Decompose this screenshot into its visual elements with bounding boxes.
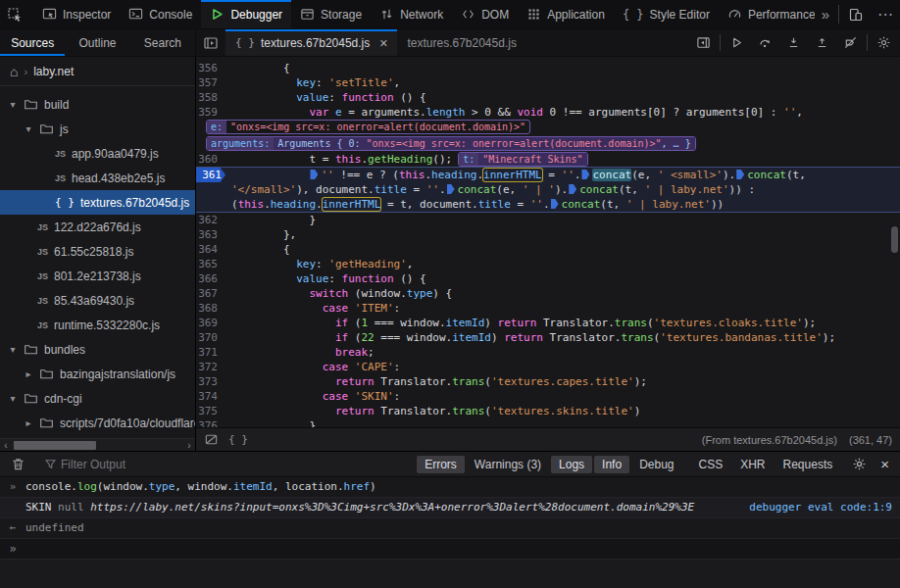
prettify-source-icon[interactable]: { } [228, 433, 248, 446]
line-number[interactable]: 359 [196, 105, 225, 120]
code-line[interactable]: 366 value: function () { [196, 271, 900, 286]
tab-inspector[interactable]: Inspector [33, 0, 120, 28]
caret-right-icon[interactable]: ▸ [24, 368, 33, 379]
code-line[interactable]: 365 key: 'getHeading', [196, 257, 900, 271]
close-tab-icon[interactable]: × [379, 35, 387, 51]
code-line-content[interactable]: if (22 === window.itemId) return Transla… [225, 330, 900, 345]
panel-tab-search[interactable]: Search [130, 29, 195, 56]
code-line[interactable]: 372 case 'CAPE': [196, 360, 900, 374]
code-line-content[interactable]: } [225, 418, 900, 427]
paused-code-line[interactable]: 361 '' !== e ? (this.heading.innerHTML =… [196, 167, 900, 213]
caret-down-icon[interactable]: ▾ [8, 344, 18, 355]
line-number[interactable]: 372 [196, 360, 225, 374]
code-line-content[interactable]: key: 'getHeading', [225, 257, 900, 271]
code-line[interactable]: 363 }, [196, 227, 900, 242]
step-over-icon[interactable] [751, 29, 779, 56]
inline-variable-preview[interactable]: t:"Minecraft Skins" [458, 152, 587, 167]
filter-errors[interactable]: Errors [417, 456, 465, 473]
code-line-content[interactable]: }, [225, 227, 900, 242]
code-line-content[interactable]: value: function () { [225, 271, 900, 286]
code-line[interactable]: 371 break; [196, 345, 900, 360]
tree-item[interactable]: JShead.438eb2e5.js [0, 166, 195, 190]
code-line[interactable]: 374 case 'SKIN': [196, 389, 900, 404]
code-line[interactable]: 364 { [196, 242, 900, 257]
filter-output-input[interactable] [61, 458, 276, 471]
line-number[interactable]: 361 [196, 168, 225, 182]
scrollbar-thumb[interactable] [14, 441, 96, 450]
tab-dom[interactable]: DOM [452, 0, 518, 28]
code-line-content[interactable]: return Translator.trans('textures.skins.… [225, 404, 900, 418]
sources-root-breadcrumb[interactable]: ⌂ › laby.net [0, 57, 195, 86]
source-tab[interactable]: { }textures.67b2045d.js× [225, 29, 397, 56]
code-area[interactable]: 356 {357 key: 'setTitle',358 value: func… [196, 57, 900, 427]
code-line[interactable]: 373 return Translator.trans('textures.ca… [196, 374, 900, 389]
code-line-content[interactable]: { [225, 61, 900, 75]
filter-debug[interactable]: Debug [631, 456, 681, 473]
column-breakpoint-marker[interactable] [310, 170, 318, 179]
close-split-console-icon[interactable]: × [874, 456, 896, 472]
line-number[interactable]: 356 [196, 61, 225, 75]
more-tools-chevron-icon[interactable]: » [815, 0, 836, 28]
line-number[interactable]: 366 [196, 271, 225, 286]
caret-down-icon[interactable]: ▾ [8, 393, 18, 404]
scrollbar-thumb[interactable] [891, 226, 898, 253]
blackbox-source-icon[interactable] [204, 432, 219, 447]
inline-variable-preview[interactable]: e:"onxs=<img src=x: onerror=alert(docume… [206, 120, 530, 134]
filter-css[interactable]: CSS [691, 456, 731, 473]
code-line[interactable]: 360 t = this.getHeading();t:"Minecraft S… [196, 152, 900, 167]
resume-icon[interactable] [723, 29, 751, 56]
code-line[interactable]: 362 } [196, 213, 900, 227]
logged-url[interactable]: https://laby.net/skins?input=onxs%3D%3Ci… [90, 501, 694, 514]
column-breakpoint-marker[interactable] [569, 184, 576, 194]
code-line-content[interactable]: { [225, 242, 900, 257]
tree-item[interactable]: ▾bundles [0, 337, 195, 362]
tree-item[interactable]: ▾js [0, 117, 195, 141]
caret-down-icon[interactable]: ▾ [24, 123, 33, 134]
line-number[interactable]: 374 [196, 389, 225, 404]
code-line[interactable]: 367 switch (window.type) { [196, 286, 900, 301]
inline-variable-preview[interactable]: arguments:Arguments { 0: "onxs=<img src=… [206, 136, 696, 151]
code-line-content[interactable]: var e = arguments.length > 0 && void 0 !… [225, 105, 900, 120]
console-input-area[interactable] [0, 560, 900, 588]
tree-item[interactable]: JS85.43a69430.js [0, 288, 195, 313]
tab-performance[interactable]: Performance [719, 0, 815, 28]
column-breakpoint-marker[interactable] [447, 184, 455, 194]
tree-item[interactable]: ▸bazingajstranslation/js [0, 362, 195, 386]
step-out-icon[interactable] [808, 29, 836, 56]
code-line-content[interactable]: case 'ITEM': [225, 301, 900, 316]
code-line-content[interactable]: } [225, 213, 900, 227]
message-source-link[interactable]: debugger eval code:1:9 [741, 501, 900, 514]
deactivate-breakpoints-icon[interactable] [836, 29, 865, 56]
tab-storage[interactable]: Storage [291, 0, 371, 28]
scrollbar-track[interactable] [12, 439, 183, 452]
line-number[interactable]: 364 [196, 242, 225, 257]
code-line-content[interactable]: case 'CAPE': [225, 360, 900, 374]
line-number[interactable]: 369 [196, 316, 225, 330]
console-input-row[interactable]: » [0, 539, 900, 560]
column-breakpoint-marker[interactable] [551, 199, 559, 209]
code-line-content[interactable]: key: 'setTitle', [225, 75, 900, 90]
code-line[interactable]: 357 key: 'setTitle', [196, 75, 900, 90]
code-line[interactable]: 370 if (22 === window.itemId) return Tra… [196, 330, 900, 345]
column-breakpoint-marker[interactable] [736, 170, 744, 179]
tree-item[interactable]: JSruntime.5332280c.js [0, 313, 195, 337]
line-number[interactable]: 365 [196, 257, 225, 271]
tree-item[interactable]: JS61.55c25818.js [0, 239, 195, 264]
code-line[interactable]: 376 } [196, 418, 900, 427]
code-line[interactable]: 369 if (1 === window.itemId) return Tran… [196, 316, 900, 330]
filter-info[interactable]: Info [594, 456, 629, 473]
code-line[interactable]: 375 return Translator.trans('textures.sk… [196, 404, 900, 418]
code-line-content[interactable]: '' !== e ? (this.heading.innerHTML = ''.… [225, 168, 900, 212]
line-number[interactable]: 362 [196, 213, 225, 227]
code-line-content[interactable]: case 'SKIN': [225, 389, 900, 404]
code-line-content[interactable]: break; [225, 345, 900, 360]
tab-application[interactable]: Application [518, 0, 614, 28]
tab-style-editor[interactable]: { }Style Editor [614, 0, 719, 28]
meatball-menu-icon[interactable]: ⋯ [871, 0, 900, 28]
tree-item[interactable]: ▸scripts/7d0fa10a/cloudflare [0, 411, 195, 435]
filter-logs[interactable]: Logs [551, 456, 592, 473]
code-line-content[interactable]: switch (window.type) { [225, 286, 900, 301]
filter-requests[interactable]: Requests [775, 456, 841, 473]
code-line[interactable]: 356 { [196, 61, 900, 75]
source-pane-toggle-icon[interactable] [196, 29, 225, 56]
